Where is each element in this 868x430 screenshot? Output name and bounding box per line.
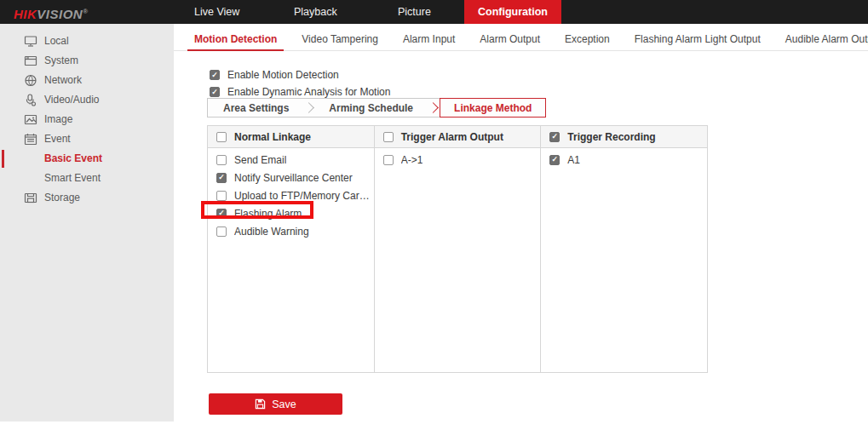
top-header: HIKVISION® Live View Playback Picture Co… — [0, 0, 868, 24]
sidebar-item-label: Local — [44, 32, 69, 51]
logo-text-gray: VISION — [37, 7, 83, 21]
row-label: Notify Surveillance Center — [234, 172, 353, 184]
column-body: Send Email Notify Surveillance Center Up… — [208, 148, 374, 240]
option-label: Enable Dynamic Analysis for Motion — [227, 86, 390, 98]
sidebar-item-event[interactable]: Event — [0, 129, 174, 149]
table-row: Notify Surveillance Center — [208, 169, 374, 186]
row-label: Audible Warning — [234, 226, 309, 238]
table-row: Send Email — [208, 151, 374, 169]
logo-text-red: HIK — [14, 7, 37, 21]
tab-exception[interactable]: Exception — [565, 28, 610, 50]
system-window-icon — [24, 54, 37, 67]
normal-linkage-header-checkbox[interactable] — [216, 132, 227, 142]
tab-motion-detection[interactable]: Motion Detection — [194, 28, 277, 50]
column-header: Normal Linkage — [208, 126, 374, 148]
sidebar: Local System Network — [0, 24, 174, 421]
sidebar-item-storage[interactable]: Storage — [0, 188, 174, 208]
trigger-alarm-output-header-checkbox[interactable] — [383, 132, 394, 142]
column-header: Trigger Alarm Output — [375, 126, 541, 148]
row-label: Flashing Alarm — [234, 208, 302, 220]
subtab-arming-schedule[interactable]: Arming Schedule — [313, 99, 428, 117]
tab-flashing-alarm-light-output[interactable]: Flashing Alarm Light Output — [635, 28, 761, 50]
save-icon — [255, 398, 266, 410]
sidebar-item-label: Event — [44, 129, 71, 149]
sidebar-item-network[interactable]: Network — [0, 71, 174, 90]
sidebar-item-label: Video/Audio — [44, 90, 100, 110]
column-header: Trigger Recording — [541, 126, 707, 148]
sidebar-item-label: System — [44, 51, 78, 71]
nav-picture[interactable]: Picture — [398, 0, 431, 24]
chevron-right-icon — [428, 102, 439, 113]
registered-mark: ® — [83, 8, 88, 15]
sidebar-item-label: Storage — [44, 188, 80, 208]
table-row: A1 — [541, 151, 707, 169]
trigger-recording-header-checkbox[interactable] — [549, 132, 560, 142]
column-normal-linkage: Normal Linkage Send Email Notify Surveil… — [208, 126, 375, 372]
row-label: Send Email — [234, 154, 286, 166]
tab-video-tampering[interactable]: Video Tampering — [302, 28, 378, 50]
flashing-alarm-checkbox[interactable] — [216, 209, 227, 219]
tab-alarm-output[interactable]: Alarm Output — [480, 28, 540, 50]
save-button-label: Save — [272, 398, 296, 410]
alarm-output-a1-checkbox[interactable] — [383, 155, 394, 165]
calendar-icon — [24, 133, 37, 146]
microphone-icon — [24, 94, 37, 106]
column-trigger-recording: Trigger Recording A1 — [541, 126, 707, 372]
send-email-checkbox[interactable] — [216, 155, 227, 165]
upload-to-ftp-checkbox[interactable] — [216, 191, 227, 201]
subtab-area-settings[interactable]: Area Settings — [208, 99, 304, 117]
sidebar-item-basic-event[interactable]: Basic Event — [0, 149, 174, 169]
monitor-icon — [24, 35, 37, 48]
table-row: Upload to FTP/Memory Card/... — [208, 186, 374, 204]
enable-dynamic-analysis-checkbox[interactable] — [210, 87, 220, 97]
chevron-right-icon — [303, 102, 314, 113]
sidebar-item-label: Smart Event — [44, 169, 101, 188]
sidebar-item-label: Network — [44, 71, 82, 90]
tab-audible-alarm-output[interactable]: Audible Alarm Output — [785, 28, 868, 50]
row-label: A1 — [567, 154, 580, 166]
tab-alarm-input[interactable]: Alarm Input — [403, 28, 455, 50]
hikvision-logo: HIKVISION® — [14, 0, 89, 24]
audible-warning-checkbox[interactable] — [216, 226, 227, 237]
column-header-label: Normal Linkage — [234, 131, 311, 143]
notify-surveillance-center-checkbox[interactable] — [216, 173, 227, 183]
subtab-linkage-method[interactable]: Linkage Method — [440, 98, 546, 118]
save-button[interactable]: Save — [209, 393, 342, 415]
column-header-label: Trigger Recording — [567, 131, 655, 143]
sidebar-item-smart-event[interactable]: Smart Event — [0, 169, 174, 188]
column-body: A1 — [541, 148, 707, 169]
table-row: Audible Warning — [208, 222, 374, 240]
column-trigger-alarm-output: Trigger Alarm Output A->1 — [375, 126, 542, 372]
sidebar-item-local[interactable]: Local — [0, 32, 174, 51]
table-row: A->1 — [375, 151, 541, 169]
option-enable-motion-detection: Enable Motion Detection — [210, 69, 339, 81]
sidebar-item-label: Basic Event — [44, 149, 102, 169]
nav-live-view[interactable]: Live View — [194, 0, 239, 24]
sidebar-item-image[interactable]: Image — [0, 110, 174, 129]
hikvision-configuration-page: HIKVISION® Live View Playback Picture Co… — [0, 0, 868, 430]
option-enable-dynamic-analysis: Enable Dynamic Analysis for Motion — [210, 86, 390, 98]
storage-icon — [24, 192, 37, 204]
nav-configuration[interactable]: Configuration — [464, 0, 561, 24]
table-row: Flashing Alarm — [208, 204, 374, 222]
enable-motion-detection-checkbox[interactable] — [210, 70, 220, 80]
row-label: Upload to FTP/Memory Card/... — [234, 190, 374, 202]
sidebar-item-system[interactable]: System — [0, 51, 174, 71]
row-label: A->1 — [401, 154, 423, 166]
nav-playback[interactable]: Playback — [294, 0, 337, 24]
option-label: Enable Motion Detection — [227, 69, 339, 81]
linkage-method-table: Normal Linkage Send Email Notify Surveil… — [207, 125, 708, 373]
globe-icon — [24, 74, 37, 87]
settings-subtabs: Area Settings Arming Schedule Linkage Me… — [207, 98, 546, 118]
event-tabbar: Motion Detection Video Tampering Alarm I… — [174, 28, 868, 51]
column-header-label: Trigger Alarm Output — [401, 131, 503, 143]
sidebar-item-label: Image — [44, 110, 72, 129]
picture-icon — [24, 113, 37, 126]
column-body: A->1 — [375, 148, 541, 169]
recording-a1-checkbox[interactable] — [549, 155, 560, 165]
sidebar-item-video-audio[interactable]: Video/Audio — [0, 90, 174, 110]
